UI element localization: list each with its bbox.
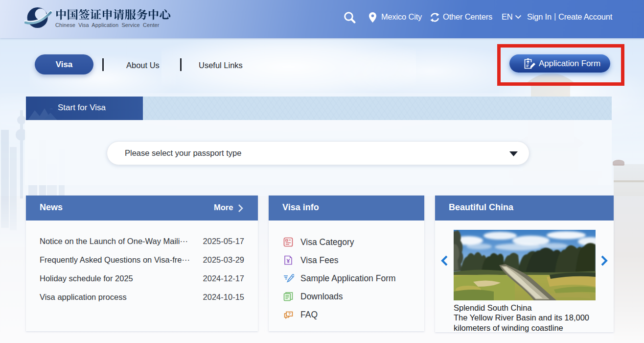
- svg-text:?: ?: [288, 312, 291, 316]
